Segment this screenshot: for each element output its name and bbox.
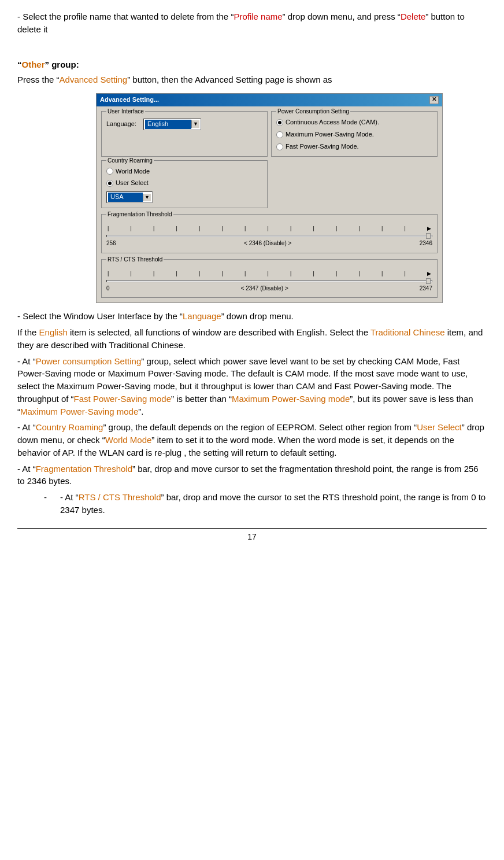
frag-tick-6: | [222,225,223,232]
power-option-fast: Fast Power-Saving Mode. [276,142,432,152]
trad-chinese-link: Traditional Chinese [370,327,445,337]
press-text-suffix: ” button, then the Advanced Setting page… [127,75,332,84]
power-radio-cam[interactable] [276,119,283,126]
other-quote-prefix: “ [17,60,22,69]
power-bullet: - At “Power consumption Setting” group, … [17,355,487,418]
frag-tick-13: | [381,225,383,232]
frag-bullet: - At “Fragmentation Threshold” bar, drop… [17,463,487,488]
rts-threshold-section: RTS / CTS Threshold | | | | | | | | [101,257,438,298]
frag-tick-10: | [313,225,314,232]
dialog-titlebar: Advanced Setting... ✕ [97,94,442,106]
power-bullet-link: Power consumption Setting [36,356,142,366]
advanced-setting-dialog: Advanced Setting... ✕ User Interface Lan… [96,93,443,304]
advanced-setting-description: Press the “Advanced Setting” button, the… [17,73,487,86]
rts-center-label: < 2347 (Disable) > [110,285,420,293]
frag-tick-2: | [131,225,132,232]
frag-bullet-link: Fragmentation Threshold [36,464,132,474]
language-value: English [145,120,191,129]
power-option-cam: Continuous Access Mode (CAM). [276,118,432,127]
frag-slider-thumb[interactable] [426,233,431,239]
rts-max-label: 2347 [420,285,432,293]
rts-slider-thumb[interactable] [426,278,431,284]
frag-tick-7: | [244,225,246,232]
rts-tick-13: | [381,270,383,278]
rts-slider-group: RTS / CTS Threshold | | | | | | | | [101,259,438,298]
rts-slider-track[interactable] [106,280,432,282]
rts-sub-bullet: - - At “RTS / CTS Threshold” bar, drop a… [17,491,487,516]
frag-tick-11: | [336,225,337,232]
rts-group-label: RTS / CTS Threshold [106,256,164,264]
frag-max-label: 2346 [420,239,432,248]
rts-bullet-text: - At “RTS / CTS Threshold” bar, drop and… [60,491,487,516]
rts-tick-14: | [405,270,406,278]
dialog-title: Advanced Setting... [100,95,159,105]
rts-slider-labels: 0 < 2347 (Disable) > 2347 [106,285,432,293]
english-line-suffix: item is selected, all functions of windo… [68,327,370,337]
roaming-radio-user[interactable] [106,180,113,187]
frag-tick-9: | [290,225,291,232]
other-quote-suffix: ” group: [45,60,79,69]
country-bullet-suffix: ” group, the default depends on the regi… [103,422,417,432]
rts-tick-5: | [199,270,200,278]
language-bullet-link: Language [183,311,221,321]
fast-power-suffix: ” is better than “ [171,394,232,404]
rts-tick-9: | [290,270,291,278]
frag-tick-8: | [268,225,269,232]
dialog-close-button[interactable]: ✕ [429,96,439,104]
country-bullet-link: Country Roaming [36,422,103,432]
frag-slider-labels: 256 < 2346 (Disable) > 2346 [106,239,432,248]
frag-tick-4: | [176,225,177,232]
frag-slider-track[interactable] [106,235,432,237]
language-label: Language: [106,120,141,129]
page-number: 17 [247,532,257,541]
country-dropdown-arrow: ▼ [143,194,151,201]
bullet1-prefix: - Select the profile name that wanted to… [17,12,234,21]
power-fast-label: Fast Power-Saving Mode. [286,142,359,152]
dialog-screenshot: Advanced Setting... ✕ User Interface Lan… [52,93,487,304]
english-link: English [39,327,68,337]
fast-power-link: Fast Power-Saving mode [74,394,171,404]
rts-tick-3: | [153,270,154,278]
roaming-radio-world[interactable] [106,168,113,175]
country-value: USA [108,193,143,202]
rts-tick-2: | [131,270,132,278]
roaming-user-select: User Select [106,179,262,188]
rts-tick-end: ▶ [427,270,431,278]
power-option-max: Maximum Power-Saving Mode. [276,130,432,139]
power-bullet-prefix: - At “ [17,356,36,366]
advanced-setting-link: Advanced Setting [60,75,128,84]
rts-tick-11: | [336,270,337,278]
page-footer: 17 [17,528,487,542]
frag-tick-5: | [199,225,200,232]
other-group-header: “Other” group: [17,58,487,71]
frag-center-label: < 2346 (Disable) > [116,239,420,248]
rts-bullet-prefix: - At “ [60,492,79,502]
frag-tick-end: ▶ [427,225,431,232]
power-cam-label: Continuous Access Mode (CAM). [286,118,379,127]
user-interface-group: User Interface Language: English ▼ [101,111,268,157]
country-bullet-prefix: - At “ [17,422,36,432]
rts-tick-12: | [359,270,360,278]
power-radio-max[interactable] [276,131,283,138]
english-line-prefix: If the [17,327,39,337]
language-bullet-prefix: - Select the Window User Interface by th… [17,311,183,321]
power-group: Power Consumption Setting Continuous Acc… [271,111,438,157]
country-bullet: - At “Country Roaming” group, the defaul… [17,421,487,459]
frag-slider-group: Fragmentation Threshold | | | | | | | | [101,214,438,253]
language-row: Language: English ▼ [106,119,262,130]
country-select[interactable]: USA ▼ [106,191,153,203]
rts-bullet-link: RTS / CTS Threshold [79,492,161,502]
max-power2-suffix: ”. [138,407,143,416]
roaming-world-label: World Mode [116,167,150,176]
frag-bullet-prefix: - At “ [17,464,36,474]
power-radio-fast[interactable] [276,143,283,150]
rts-tick-6: | [222,270,223,278]
dialog-right-spacer [271,160,438,209]
roaming-user-label: User Select [116,179,149,188]
rts-dash: - [44,491,60,516]
country-roaming-label: Country Roaming [106,157,154,165]
dialog-body: User Interface Language: English ▼ Power… [97,106,442,303]
language-bullet: - Select the Window User Interface by th… [17,310,487,323]
language-select[interactable]: English ▼ [143,119,201,130]
main-content: - Select the profile name that wanted to… [17,10,487,542]
